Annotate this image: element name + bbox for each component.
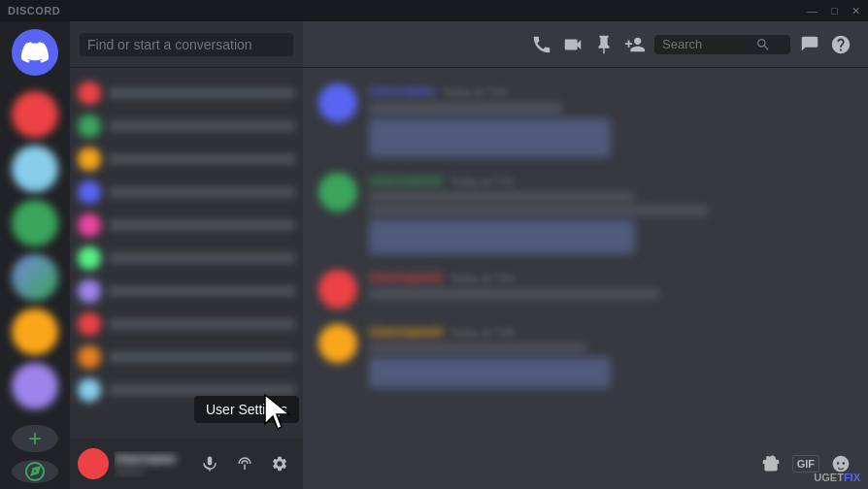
message-group: Username Today at 7:49 <box>318 83 852 157</box>
message-author-2: Username2 <box>369 173 443 188</box>
message-header: Username Today at 7:49 <box>369 83 852 99</box>
username: Username <box>115 451 188 466</box>
discord-logo[interactable] <box>12 29 58 76</box>
panel-icons <box>194 448 295 479</box>
channel-item[interactable] <box>78 210 295 241</box>
app-layout: + <box>0 21 868 489</box>
header-search-box[interactable] <box>654 35 790 54</box>
channel-item[interactable] <box>78 78 295 109</box>
message-group-3: Username3 Today at 7:54 <box>318 270 852 309</box>
messages-area: Username Today at 7:49 Username2 Today a… <box>303 68 868 489</box>
discord-icon <box>21 39 49 66</box>
message-header-3: Username3 Today at 7:54 <box>369 270 852 285</box>
deafen-button[interactable] <box>229 448 260 479</box>
message-avatar-4 <box>318 324 357 363</box>
titlebar: DISCORD — □ ✕ <box>0 0 868 21</box>
add-server-button[interactable]: + <box>12 425 58 452</box>
server-icon-2[interactable] <box>12 146 58 192</box>
close-button[interactable]: ✕ <box>851 6 860 16</box>
message-content: Username Today at 7:49 <box>369 83 852 157</box>
message-content-2: Username2 Today at 7:51 <box>369 173 852 254</box>
message-time-4: Today at 7:58 <box>451 327 515 339</box>
message-avatar-2 <box>318 173 357 212</box>
channel-item[interactable] <box>78 309 295 340</box>
channel-item[interactable] <box>78 111 295 142</box>
message-content-3: Username3 Today at 7:54 <box>369 270 852 303</box>
server-icon-1[interactable] <box>12 91 58 138</box>
dm-search-bar[interactable] <box>70 21 303 68</box>
app-title: DISCORD <box>8 5 60 16</box>
add-friend-icon[interactable] <box>623 33 647 56</box>
channel-item[interactable] <box>78 243 295 274</box>
message-time-2: Today at 7:51 <box>451 176 515 187</box>
message-author: Username <box>369 83 435 99</box>
user-info: Username #0000 <box>115 451 188 477</box>
channel-item[interactable] <box>78 144 295 175</box>
phone-icon[interactable] <box>530 33 553 56</box>
message-author-3: Username3 <box>369 270 443 285</box>
message-header-4: Username4 Today at 7:58 <box>369 324 852 340</box>
mic-button[interactable] <box>194 448 225 479</box>
chat-header <box>303 21 868 68</box>
titlebar-controls[interactable]: — □ ✕ <box>807 6 860 16</box>
video-icon[interactable] <box>561 33 584 56</box>
titlebar-left: DISCORD <box>8 5 60 16</box>
header-icons <box>530 33 852 56</box>
message-text-2 <box>369 118 611 157</box>
watermark: UGET FIX <box>814 472 860 483</box>
user-settings-tooltip: User Settings <box>194 396 299 423</box>
pin-icon[interactable] <box>592 33 616 56</box>
server-sidebar: + <box>0 21 70 489</box>
message-text <box>369 103 562 114</box>
watermark-suffix: FIX <box>844 472 860 483</box>
user-status: #0000 <box>115 466 188 477</box>
compass-icon <box>23 460 47 483</box>
header-search-input[interactable] <box>662 37 750 51</box>
message-time-3: Today at 7:54 <box>451 273 515 284</box>
channel-list <box>70 68 303 439</box>
gif-button[interactable]: GIF <box>792 455 819 473</box>
discover-button[interactable] <box>12 460 58 483</box>
watermark-prefix: UGET <box>814 472 844 483</box>
message-avatar-3 <box>318 270 357 309</box>
server-icon-3[interactable] <box>12 200 58 246</box>
server-icon-6[interactable] <box>12 363 58 409</box>
inbox-icon[interactable] <box>798 33 821 56</box>
message-group-4: Username4 Today at 7:58 <box>318 324 852 388</box>
gift-button[interactable] <box>755 448 786 479</box>
search-icon <box>755 37 771 52</box>
channel-item[interactable] <box>78 177 295 208</box>
settings-button[interactable] <box>264 448 295 479</box>
server-icon-5[interactable] <box>12 309 58 355</box>
channel-item[interactable] <box>78 342 295 373</box>
message-group-2: Username2 Today at 7:51 <box>318 173 852 254</box>
chat-area: Username Today at 7:49 Username2 Today a… <box>303 21 868 489</box>
message-author-4: Username4 <box>369 324 443 340</box>
server-icon-4[interactable] <box>12 254 58 301</box>
minimize-button[interactable]: — <box>807 6 818 16</box>
help-icon[interactable] <box>829 33 852 56</box>
dm-search-input[interactable] <box>80 33 293 56</box>
message-time: Today at 7:49 <box>443 86 507 98</box>
message-header-2: Username2 Today at 7:51 <box>369 173 852 188</box>
channel-item[interactable] <box>78 276 295 307</box>
user-avatar <box>78 448 109 479</box>
maximize-button[interactable]: □ <box>831 6 838 16</box>
message-avatar <box>318 83 357 122</box>
message-content-4: Username4 Today at 7:58 <box>369 324 852 388</box>
user-panel: Username #0000 <box>70 439 303 489</box>
